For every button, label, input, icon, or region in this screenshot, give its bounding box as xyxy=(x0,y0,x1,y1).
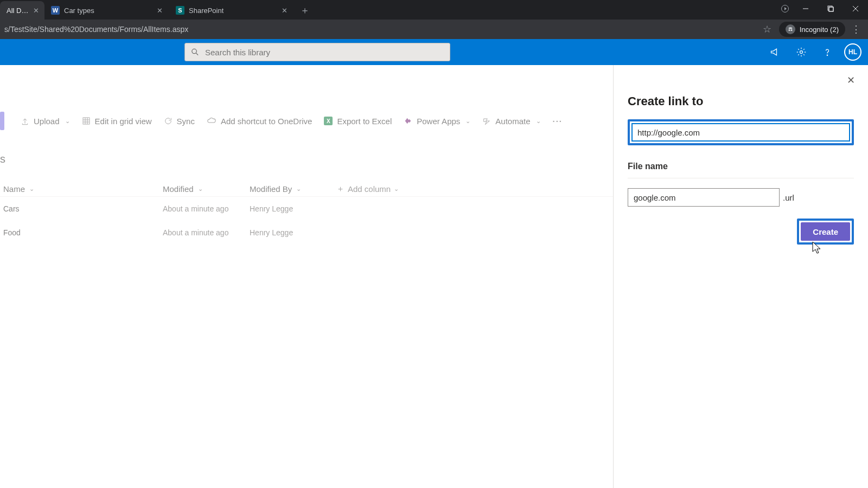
upload-button[interactable]: Upload⌄ xyxy=(21,117,70,126)
file-extension-label: .url xyxy=(783,193,794,202)
create-button[interactable]: Create xyxy=(801,222,850,241)
tab-title: SharePoint xyxy=(189,7,224,15)
url-text: s/TestSite/Shared%20Documents/Forms/AllI… xyxy=(4,25,758,34)
incognito-icon xyxy=(786,24,795,34)
incognito-label: Incognito (2) xyxy=(800,25,839,34)
tab-title: Car types xyxy=(64,7,94,15)
grid-icon xyxy=(82,117,91,125)
browser-tab[interactable]: S SharePoint ✕ xyxy=(169,1,294,20)
address-bar[interactable]: s/TestSite/Shared%20Documents/Forms/AllI… xyxy=(0,20,868,39)
sync-button[interactable]: Sync xyxy=(164,117,195,126)
upload-icon xyxy=(21,117,29,125)
svg-point-8 xyxy=(192,49,196,53)
close-icon[interactable]: ✕ xyxy=(155,6,164,15)
table-row[interactable]: Food About a minute ago Henry Legge xyxy=(0,221,613,245)
svg-rect-12 xyxy=(83,118,90,124)
add-column-button[interactable]: ＋ Add column⌄ xyxy=(336,184,434,194)
search-box[interactable] xyxy=(184,43,450,61)
bookmark-star-icon[interactable]: ☆ xyxy=(758,23,776,35)
item-modified-by: Henry Legge xyxy=(250,228,391,237)
close-icon[interactable]: ✕ xyxy=(280,6,289,15)
export-excel-button[interactable]: X Export to Excel xyxy=(324,117,392,126)
item-modified-by: Henry Legge xyxy=(250,204,391,213)
highlight-url-input xyxy=(628,119,854,145)
tab-title: All Docum xyxy=(7,7,29,15)
new-button-edge[interactable] xyxy=(0,112,4,130)
powerapps-icon xyxy=(404,117,412,125)
svg-point-6 xyxy=(788,29,790,31)
library-background: Upload⌄ Edit in grid view Sync Add short… xyxy=(0,65,613,488)
maximize-button[interactable] xyxy=(818,0,843,17)
chevron-down-icon: ⌄ xyxy=(465,118,470,125)
library-title-fragment: s xyxy=(0,133,613,165)
close-icon[interactable]: ✕ xyxy=(33,6,39,15)
chevron-down-icon: ⌄ xyxy=(296,185,301,192)
search-icon xyxy=(190,47,200,57)
user-avatar[interactable]: HL xyxy=(844,43,861,61)
browser-menu-icon[interactable]: ⋮ xyxy=(848,23,864,35)
create-link-panel: ✕ Create link to File name .url Create xyxy=(613,65,868,488)
help-icon[interactable] xyxy=(815,39,840,65)
item-modified: About a minute ago xyxy=(163,204,250,213)
browser-tab[interactable]: W Car types ✕ xyxy=(44,1,169,20)
chevron-down-icon: ⌄ xyxy=(65,118,70,125)
panel-title: Create link to xyxy=(628,94,854,108)
chevron-down-icon: ⌄ xyxy=(394,185,399,192)
chevron-down-icon: ⌄ xyxy=(29,185,34,192)
svg-point-11 xyxy=(827,55,827,55)
svg-rect-2 xyxy=(829,7,833,11)
chevron-down-icon: ⌄ xyxy=(536,118,541,125)
sync-icon xyxy=(164,117,173,125)
incognito-indicator[interactable]: Incognito (2) xyxy=(779,22,845,37)
ellipsis-icon: ··· xyxy=(553,117,563,126)
item-name: Cars xyxy=(0,204,163,213)
window-controls xyxy=(777,0,868,20)
svg-point-10 xyxy=(800,51,803,54)
browser-tab-active[interactable]: All Docum ✕ xyxy=(0,1,44,20)
table-row[interactable]: Cars About a minute ago Henry Legge xyxy=(0,197,613,221)
column-name-header[interactable]: Name⌄ xyxy=(0,184,163,194)
settings-gear-icon[interactable] xyxy=(789,39,814,65)
file-name-label: File name xyxy=(628,162,854,171)
power-apps-button[interactable]: Power Apps⌄ xyxy=(404,117,470,126)
chevron-down-icon: ⌄ xyxy=(198,185,203,192)
onedrive-icon xyxy=(207,116,216,126)
media-indicator-icon[interactable] xyxy=(777,0,793,17)
svg-line-9 xyxy=(196,53,199,55)
excel-icon: X xyxy=(324,117,333,125)
browser-titlebar: All Docum ✕ W Car types ✕ S SharePoint ✕… xyxy=(0,0,868,20)
minimize-button[interactable] xyxy=(793,0,818,17)
file-name-input[interactable] xyxy=(628,188,780,207)
edit-grid-button[interactable]: Edit in grid view xyxy=(82,117,152,126)
close-window-button[interactable] xyxy=(843,0,868,17)
automate-icon xyxy=(482,117,491,125)
column-headers: Name⌄ Modified⌄ Modified By⌄ ＋ Add colum… xyxy=(0,165,613,197)
search-input[interactable] xyxy=(205,48,444,57)
column-modified-by-header[interactable]: Modified By⌄ xyxy=(250,184,336,194)
highlight-create-button: Create xyxy=(797,219,854,245)
word-icon: W xyxy=(51,6,60,15)
item-modified: About a minute ago xyxy=(163,228,250,237)
command-bar: Upload⌄ Edit in grid view Sync Add short… xyxy=(0,108,613,133)
automate-button[interactable]: Automate⌄ xyxy=(482,117,540,126)
new-tab-button[interactable]: ＋ xyxy=(297,3,312,18)
link-url-input[interactable] xyxy=(631,123,850,142)
sharepoint-icon: S xyxy=(176,6,184,15)
close-panel-button[interactable]: ✕ xyxy=(843,73,858,88)
item-name: Food xyxy=(0,228,163,237)
more-commands-button[interactable]: ··· xyxy=(553,117,563,126)
megaphone-icon[interactable] xyxy=(763,39,788,65)
add-onedrive-shortcut-button[interactable]: Add shortcut to OneDrive xyxy=(207,116,312,126)
divider xyxy=(628,178,854,178)
column-modified-header[interactable]: Modified⌄ xyxy=(163,184,250,194)
svg-point-7 xyxy=(790,29,792,31)
suite-bar: HL xyxy=(0,39,868,65)
